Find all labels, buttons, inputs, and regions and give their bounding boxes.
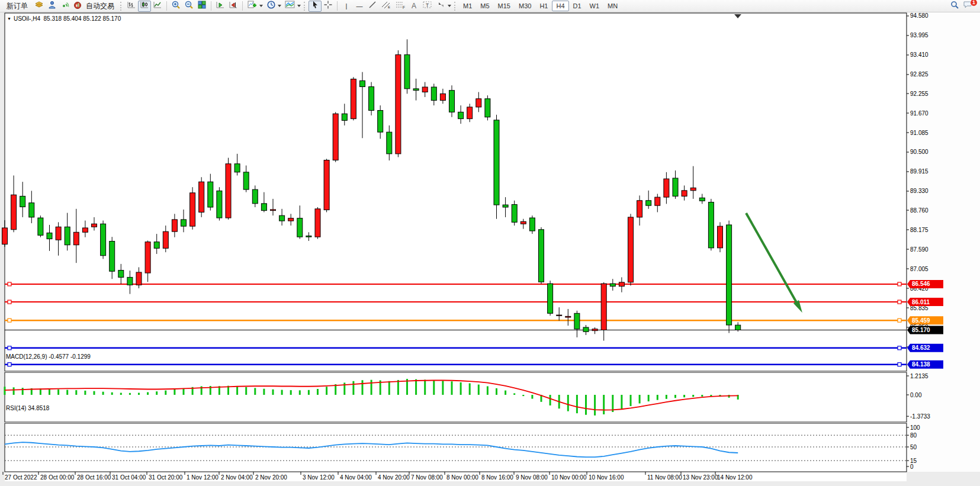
line-handle[interactable] xyxy=(8,318,11,322)
clock-icon xyxy=(266,0,276,12)
toolbar-drag-handle[interactable] xyxy=(454,2,457,11)
svg-text:80: 80 xyxy=(910,432,917,439)
line-handle[interactable] xyxy=(8,282,11,286)
symbol-ohlc-values: 85.318 85.404 85.122 85.170 xyxy=(44,15,121,22)
arrows-tool-icon xyxy=(436,0,446,12)
svg-text:93.995: 93.995 xyxy=(910,32,928,38)
label-tool-button[interactable]: T xyxy=(420,1,435,12)
svg-text:50: 50 xyxy=(910,444,917,450)
symbol-dropdown-icon[interactable]: ▼ xyxy=(7,17,11,21)
toolbar-drag-handle[interactable] xyxy=(304,2,307,11)
period-button[interactable] xyxy=(265,1,283,12)
time-axis-label: 14 Nov 12:00 xyxy=(717,474,753,481)
time-axis-label: 7 Nov 08:00 xyxy=(411,474,443,481)
toolbar-drag-handle[interactable] xyxy=(120,2,123,11)
search-button[interactable] xyxy=(948,1,961,12)
tab-timeframe-m15[interactable]: M15 xyxy=(494,1,515,11)
line-handle[interactable] xyxy=(8,300,11,304)
svg-text:0: 0 xyxy=(910,464,914,470)
candlestick-chart-button[interactable] xyxy=(138,1,151,12)
zoom-out-icon xyxy=(184,0,194,12)
tab-timeframe-mn[interactable]: MN xyxy=(603,1,622,11)
timeframe-group: M1 M5 M15 M30 H1 H4 D1 W1 MN xyxy=(459,1,622,11)
arrows-tool-button[interactable] xyxy=(435,1,453,12)
fibonacci-tool-button[interactable]: F xyxy=(393,1,407,12)
line-handle[interactable] xyxy=(8,346,11,350)
svg-text:T: T xyxy=(426,2,429,8)
horizontal-line-tool-button[interactable]: — xyxy=(353,1,366,12)
tab-timeframe-m1[interactable]: M1 xyxy=(459,1,476,11)
bar-chart-button[interactable] xyxy=(125,1,138,12)
auto-scroll-button[interactable] xyxy=(214,1,227,12)
svg-text:89.915: 89.915 xyxy=(910,168,928,175)
vertical-line-icon: | xyxy=(346,2,348,9)
line-handle[interactable] xyxy=(898,346,901,350)
chart-area[interactable]: 94.58093.99593.41092.82592.25591.67091.0… xyxy=(0,12,980,486)
notifications-button[interactable]: 1 xyxy=(961,1,975,12)
svg-text:91.085: 91.085 xyxy=(910,130,928,136)
search-icon xyxy=(950,0,959,12)
arrows-caret-icon[interactable] xyxy=(448,5,451,7)
zoom-out-button[interactable] xyxy=(182,1,195,12)
signal-button[interactable] xyxy=(59,1,72,12)
symbol-name: USOil-,H4 xyxy=(14,15,40,22)
auto-trading-button[interactable]: 自动交易 xyxy=(72,1,119,12)
rsi-name: RSI(14) xyxy=(6,405,26,411)
tab-timeframe-h4[interactable]: H4 xyxy=(552,1,568,11)
vertical-line-tool-button[interactable]: | xyxy=(340,1,353,12)
line-handle[interactable] xyxy=(898,300,901,304)
auto-trading-icon xyxy=(73,0,83,12)
profile-icon xyxy=(47,0,57,12)
template-button[interactable] xyxy=(283,1,303,12)
time-axis-label: 3 Nov 12:00 xyxy=(303,474,335,481)
tab-timeframe-m30[interactable]: M30 xyxy=(515,1,535,11)
text-tool-button[interactable]: A xyxy=(407,1,420,12)
time-axis-label: 10 Nov 00:00 xyxy=(551,474,587,481)
time-axis-label: 8 Nov 00:00 xyxy=(446,474,478,481)
new-order-label: 新订单 xyxy=(4,1,31,11)
macd-values: -0.4577 -0.1299 xyxy=(49,353,91,360)
svg-text:84.138: 84.138 xyxy=(912,361,930,368)
line-handle[interactable] xyxy=(8,363,11,366)
line-handle[interactable] xyxy=(898,318,901,322)
add-indicator-caret-icon[interactable] xyxy=(259,5,263,7)
time-axis-label: 4 Nov 04:00 xyxy=(340,474,372,481)
trendline-tool-button[interactable] xyxy=(366,1,379,12)
period-caret-icon[interactable] xyxy=(278,5,281,7)
metaeditor-button[interactable] xyxy=(33,1,46,12)
svg-text:92.825: 92.825 xyxy=(910,71,928,78)
crosshair-tool-button[interactable] xyxy=(322,1,335,12)
add-indicator-button[interactable] xyxy=(245,1,265,12)
tile-windows-button[interactable] xyxy=(195,1,208,12)
cursor-tool-button[interactable] xyxy=(309,1,322,12)
svg-text:87.590: 87.590 xyxy=(910,246,928,253)
tab-timeframe-w1[interactable]: W1 xyxy=(586,1,604,11)
time-axis-label: 28 Oct 16:00 xyxy=(77,474,111,481)
tile-windows-icon xyxy=(197,0,207,12)
channel-tool-button[interactable]: E xyxy=(379,1,393,12)
candlestick-chart-icon xyxy=(140,0,149,12)
chart-shift-button[interactable] xyxy=(227,1,240,12)
line-handle[interactable] xyxy=(898,282,901,286)
svg-text:90.500: 90.500 xyxy=(910,149,928,155)
svg-text:F: F xyxy=(403,5,405,9)
time-axis-label: 8 Nov 16:00 xyxy=(481,474,513,481)
svg-text:85.459: 85.459 xyxy=(912,317,930,324)
tab-timeframe-h1[interactable]: H1 xyxy=(535,1,552,11)
rsi-indicator-label: RSI(14) 34.8518 xyxy=(6,405,49,411)
label-tool-icon: T xyxy=(422,0,433,12)
template-icon xyxy=(285,0,295,12)
rsi-value: 34.8518 xyxy=(28,405,49,411)
template-caret-icon[interactable] xyxy=(297,5,301,7)
line-handle[interactable] xyxy=(898,363,901,366)
profile-button[interactable] xyxy=(46,1,59,12)
zoom-in-button[interactable] xyxy=(169,1,182,12)
new-order-button[interactable]: 新订单 xyxy=(2,1,33,12)
svg-text:92.255: 92.255 xyxy=(910,91,928,97)
time-axis-label: 27 Oct 2022 xyxy=(5,474,37,481)
tab-timeframe-m5[interactable]: M5 xyxy=(476,1,493,11)
macd-name: MACD(12,26,9) xyxy=(6,353,47,360)
tab-timeframe-d1[interactable]: D1 xyxy=(569,1,586,11)
horizontal-line-icon: — xyxy=(356,2,363,9)
line-chart-button[interactable] xyxy=(151,1,164,12)
